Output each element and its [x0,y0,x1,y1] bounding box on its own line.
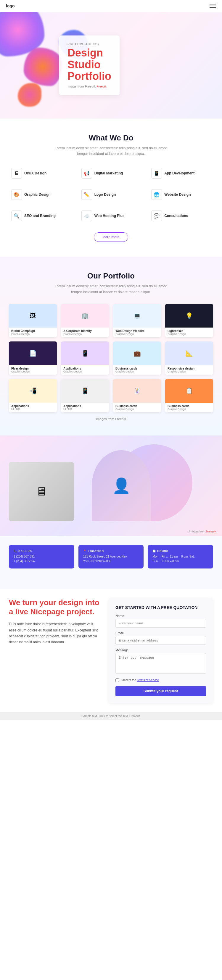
portfolio-item[interactable]: 📐 Responsive design Graphic Design [165,342,213,375]
portfolio-item[interactable]: 📱 Applications UI / UX [61,379,109,412]
email-input[interactable] [115,636,206,645]
portfolio-title: Business cards [115,367,159,370]
portfolio-info: Applications Graphic Design [61,365,109,375]
portfolio-subtitle: Lorem ipsum dolor sit amet, consectetur … [52,283,170,295]
service-item: ☁️ Web Hosting Plus [79,208,143,223]
terms-checkbox[interactable] [115,678,119,682]
service-item: 🌐 Website Design [149,187,213,202]
portfolio-thumb: 📋 [165,379,213,402]
service-name: App Development [164,171,195,175]
portfolio-info: Business cards Graphic Design [113,402,161,412]
portfolio-item[interactable]: 🖼 Brand Campaign Graphic Design [9,304,57,337]
portfolio-title: Brand Campaign [11,329,54,332]
portfolio-title: Applications [63,367,107,370]
submit-button[interactable]: Submit your request [115,686,206,696]
portfolio-info: Responsive design Graphic Design [165,365,213,375]
service-name: Website Design [164,192,191,197]
footer-text: Sample text. Click to select the Text El… [81,714,141,718]
portfolio-thumb: 🃏 [113,379,161,402]
logo: logo [6,3,15,8]
portfolio-category: Graphic Design [115,332,159,336]
blob-4 [18,83,42,107]
name-input[interactable] [115,619,206,628]
portfolio-item[interactable]: 📄 Flyer design Graphic Design [9,342,57,375]
service-name: Digital Marketing [94,171,123,175]
service-icon: 📱 [151,168,162,178]
message-input[interactable] [115,653,206,674]
portfolio-category: Graphic Design [168,408,211,410]
about-desk-image: 🖥 [9,462,74,521]
checkbox-row: I accept the Terms of Service [115,678,206,682]
services-grid: 🖥 UI/UX Design 📢 Digital Marketing 📱 App… [9,165,213,223]
portfolio-title: Our Portfolio [9,271,213,280]
service-name: UI/UX Design [24,171,46,175]
portfolio-title: Responsive design [168,367,211,370]
portfolio-item[interactable]: 📋 Business cards Graphic Design [165,379,213,412]
service-name: Graphic Design [24,192,51,197]
email-label: Email [115,631,206,635]
terms-link[interactable]: Terms of Service [137,678,159,682]
checkbox-label: I accept the Terms of Service [121,678,159,682]
portfolio-grid: 🖼 Brand Campaign Graphic Design 🏢 A Corp… [9,304,213,412]
portfolio-category: Graphic Design [168,370,211,373]
service-item: 🖥 UI/UX Design [9,165,73,181]
blob-2 [24,48,62,86]
freepik-link-about[interactable]: Freepik [206,530,216,533]
portfolio-category: Graphic Design [11,370,54,373]
hamburger-menu[interactable] [209,4,216,8]
hero-label: CREATIVE AGENCY [67,43,111,46]
form-right: GET STARTED WITH A FREE QUOTATION Name E… [109,598,213,703]
portfolio-info: Web Design Website Graphic Design [113,328,161,337]
hero-image-note: Image from Freepik Freepik [67,84,111,88]
portfolio-item[interactable]: 🃏 Business cards Graphic Design [113,379,161,412]
portfolio-item[interactable]: 💻 Web Design Website Graphic Design [113,304,161,337]
what-we-do-section: What We Do Lorem ipsum dolor sit amet, c… [0,119,222,257]
form-left: We turn your design into a live Nicepage… [9,598,99,645]
portfolio-category: UI / UX [63,408,107,410]
contact-card: 📞 CALL US 1 (234) 567-8911 (234) 987-654 [9,545,74,568]
contact-card: 📍 LOCATION 121 Rock Street, 21 Avenue, N… [78,545,144,568]
portfolio-item[interactable]: 💼 Business cards Graphic Design [113,342,161,375]
service-icon: 🎨 [11,189,22,200]
contact-card-title: 📍 LOCATION [83,550,139,552]
contact-card-text: 1 (234) 567-8911 (234) 987-654 [14,554,70,564]
portfolio-item[interactable]: 📱 Applications Graphic Design [61,342,109,375]
contact-cards: 📞 CALL US 1 (234) 567-8911 (234) 987-654… [9,545,213,568]
portfolio-category: UI / UX [11,408,54,410]
about-person-image: 👤 [92,450,151,521]
about-note: Images from Freepik [189,530,216,533]
hero-section: CREATIVE AGENCY Design Studio Portfolio … [0,12,222,119]
form-left-title: We turn your design into a live Nicepage… [9,598,99,616]
portfolio-title: Business cards [168,404,211,408]
portfolio-category: Graphic Design [115,370,159,373]
service-icon: 🔍 [11,210,22,221]
what-we-do-subtitle: Lorem ipsum dolor sit amet, consectetur … [52,145,170,157]
freepik-link[interactable]: Freepik [96,85,106,88]
contact-icon: 📞 [14,550,17,552]
service-item: 📢 Digital Marketing [79,165,143,181]
service-icon: 🌐 [151,189,162,200]
contact-card: 🕐 HOURS Mon – Fri … 11 am – 8 pm; Sat,Su… [148,545,213,568]
portfolio-info: Applications UI / UX [61,402,109,412]
portfolio-thumb: 🖼 [9,304,57,328]
learn-more-button[interactable]: learn more [94,232,128,242]
form-title: GET STARTED WITH A FREE QUOTATION [115,605,206,610]
contact-card-text: 121 Rock Street, 21 Avenue, NewYork, NY … [83,554,139,564]
portfolio-item[interactable]: 💡 Lightboxes Graphic Design [165,304,213,337]
portfolio-category: Graphic Design [115,408,159,410]
service-item: 💬 Consultations [149,208,213,223]
portfolio-info: Business cards Graphic Design [165,402,213,412]
portfolio-item[interactable]: 🏢 A Corporate Identity Graphic Design [61,304,109,337]
portfolio-thumb: 📐 [165,342,213,365]
portfolio-info: Lightboxes Graphic Design [165,328,213,337]
portfolio-item[interactable]: 📲 Applications UI / UX [9,379,57,412]
service-item: 🔍 SEO and Branding [9,208,73,223]
service-icon: ☁️ [81,210,92,221]
portfolio-category: Graphic Design [168,332,211,336]
service-icon: 📢 [81,168,92,178]
service-icon: 🖥 [11,168,22,178]
portfolio-thumb: 📲 [9,379,57,402]
portfolio-info: A Corporate Identity Graphic Design [61,328,109,337]
portfolio-category: Graphic Design [63,370,107,373]
portfolio-thumb: 💻 [113,304,161,328]
